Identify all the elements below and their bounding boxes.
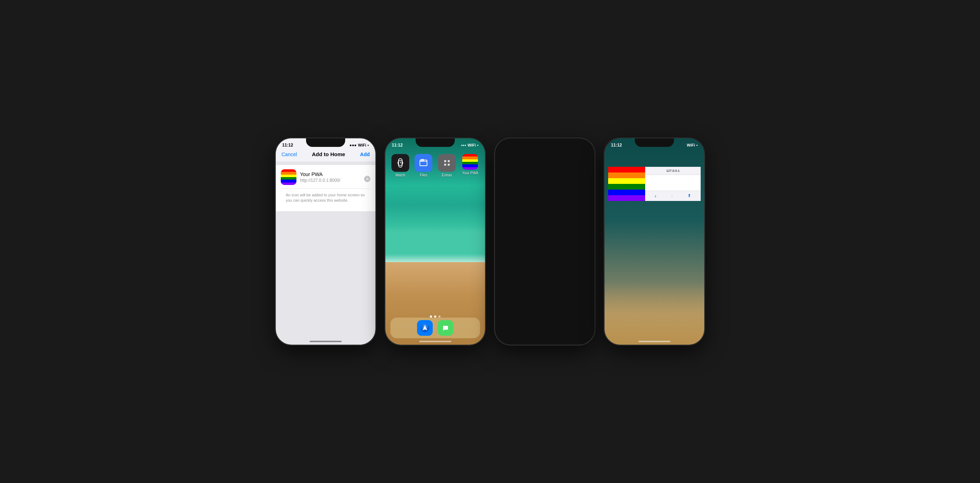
- home-app-extras[interactable]: Extras: [438, 154, 456, 177]
- status-icons-2: ●●● WiFi ▪: [461, 143, 479, 147]
- messages-icon: [441, 323, 450, 333]
- battery-icon-4: ▪: [697, 143, 698, 147]
- home-app-pwa[interactable]: Your PWA: [461, 154, 480, 177]
- phone2-screen: 11:12 ●●● WiFi ▪ Watch: [385, 138, 485, 345]
- beach-bottom: [605, 283, 704, 345]
- dots-icon: ●●●: [461, 144, 466, 147]
- notch-2: [416, 138, 455, 147]
- extras-label: Extras: [442, 173, 452, 177]
- safari-forward-btn[interactable]: ›: [671, 193, 673, 199]
- svg-point-7: [448, 160, 450, 162]
- status-time-2: 11:12: [392, 143, 403, 148]
- wifi-icon-2: WiFi: [468, 143, 476, 147]
- safari-bottom-bar: ‹ › ⬆: [656, 191, 701, 201]
- files-app-icon: [415, 154, 432, 172]
- status-icons-4: WiFi ▪: [687, 143, 698, 147]
- app-url: http://127.0.0.1:8000/: [300, 178, 340, 183]
- battery-icon-2: ▪: [477, 143, 479, 147]
- home-bar-1: [310, 341, 342, 342]
- safari-thumbnail: 127.0.0.1 ‹ › ⬆: [656, 176, 701, 201]
- safari-share-btn[interactable]: ⬆: [687, 193, 691, 199]
- phone-3: 11:13 WiFi ▪: [495, 138, 595, 345]
- pwa-icon-small: [281, 169, 296, 185]
- battery-icon: ▪: [368, 143, 369, 147]
- phone-4: 11:12 WiFi ▪ Your PW: [605, 138, 704, 345]
- pwa-label: Your PWA: [462, 171, 478, 175]
- add-to-home-card: Your PWA http://127.0.0.1:8000/ ✕ An ico…: [276, 165, 375, 211]
- svg-point-6: [444, 160, 446, 162]
- safari-page-content: [656, 176, 701, 191]
- extras-svg: [442, 158, 452, 168]
- app-name: Your PWA: [300, 172, 340, 177]
- wifi-icon: WiFi: [358, 143, 366, 147]
- safari-content-area: 127.0.0.1 ‹ › ⬆: [656, 176, 701, 201]
- home-bar-2: [419, 341, 451, 342]
- watch-app-icon: [391, 154, 409, 172]
- notch-1: [306, 138, 345, 147]
- app-row: Your PWA http://127.0.0.1:8000/ ✕: [281, 169, 371, 189]
- add-button[interactable]: Add: [360, 151, 370, 157]
- pwa-home-icon: [462, 154, 478, 170]
- notch-4: [635, 138, 674, 147]
- phone-1: 11:12 ●●● WiFi ▪ Cancel Add to Home Add: [276, 138, 375, 345]
- home-app-watch[interactable]: Watch: [391, 154, 410, 177]
- files-label: Files: [420, 173, 427, 177]
- svg-point-9: [448, 164, 450, 166]
- app-grid: Watch Files: [385, 152, 485, 179]
- app-info: Your PWA http://127.0.0.1:8000/: [300, 172, 340, 183]
- signal-icon: ●●●: [350, 143, 356, 147]
- watch-label: Watch: [395, 173, 405, 177]
- dock-messages[interactable]: [438, 320, 453, 336]
- cancel-button[interactable]: Cancel: [282, 151, 297, 157]
- dock-safari[interactable]: [417, 320, 433, 336]
- extras-app-icon: [438, 154, 456, 172]
- svg-point-8: [444, 164, 446, 166]
- app-switcher: Your PWA Safari: [608, 167, 701, 201]
- status-time-1: 11:12: [282, 143, 293, 148]
- status-time-4: 11:12: [611, 143, 622, 148]
- add-description: An icon will be added to your home scree…: [281, 189, 371, 207]
- phone1-screen: 11:12 ●●● WiFi ▪ Cancel Add to Home Add: [276, 138, 375, 345]
- phone4-screen: 11:12 WiFi ▪ Your PW: [605, 138, 704, 345]
- watch-svg: [395, 158, 405, 168]
- safari-icon: [420, 323, 430, 333]
- status-icons-1: ●●● WiFi ▪: [350, 143, 369, 147]
- wifi-icon-4: WiFi: [687, 143, 695, 147]
- dialog-title: Add to Home: [312, 151, 345, 157]
- files-svg: [418, 158, 428, 168]
- home-app-files[interactable]: Files: [415, 154, 433, 177]
- clear-button[interactable]: ✕: [364, 176, 371, 182]
- home-bar-4: [638, 341, 670, 342]
- safari-switcher-card[interactable]: Safari: [656, 167, 701, 201]
- dock: [390, 318, 480, 338]
- phone-2: 11:12 ●●● WiFi ▪ Watch: [385, 138, 485, 345]
